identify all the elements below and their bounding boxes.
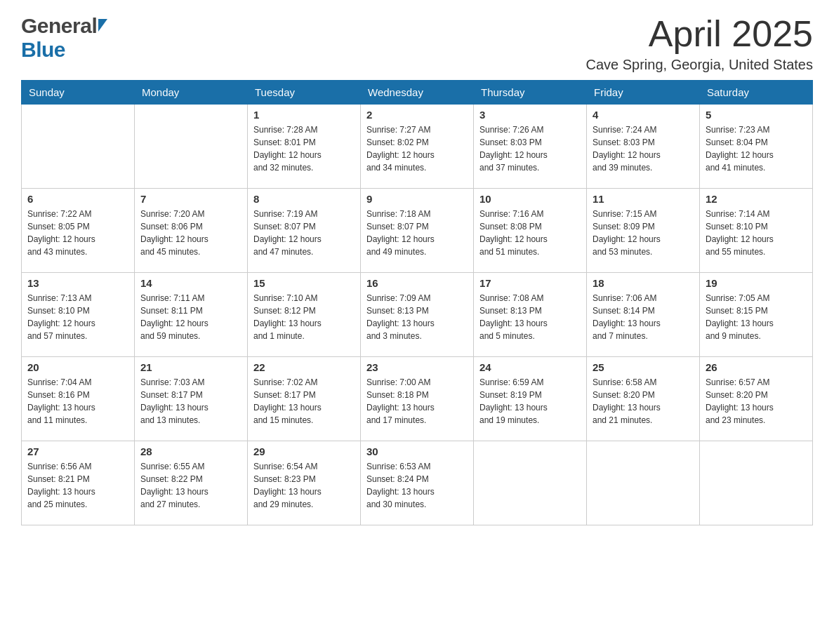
day-info: Sunrise: 7:18 AM Sunset: 8:07 PM Dayligh… (366, 208, 468, 258)
day-number: 30 (366, 445, 468, 457)
calendar-cell: 7Sunrise: 7:20 AM Sunset: 8:06 PM Daylig… (135, 189, 248, 273)
weekday-header-tuesday: Tuesday (248, 81, 361, 105)
week-row-4: 20Sunrise: 7:04 AM Sunset: 8:16 PM Dayli… (22, 357, 813, 441)
title-area: April 2025 Cave Spring, Georgia, United … (585, 14, 813, 73)
calendar-cell: 9Sunrise: 7:18 AM Sunset: 8:07 PM Daylig… (361, 189, 474, 273)
day-number: 20 (27, 361, 128, 373)
day-number: 14 (140, 277, 241, 289)
day-info: Sunrise: 7:03 AM Sunset: 8:17 PM Dayligh… (140, 376, 241, 427)
day-info: Sunrise: 6:59 AM Sunset: 8:19 PM Dayligh… (479, 376, 581, 427)
logo-general-text: General (21, 14, 97, 38)
day-number: 15 (253, 277, 355, 289)
calendar-cell: 1Sunrise: 7:28 AM Sunset: 8:01 PM Daylig… (248, 105, 361, 189)
calendar-cell (474, 441, 587, 525)
week-row-3: 13Sunrise: 7:13 AM Sunset: 8:10 PM Dayli… (22, 273, 813, 357)
day-info: Sunrise: 6:56 AM Sunset: 8:21 PM Dayligh… (27, 460, 128, 511)
day-info: Sunrise: 6:53 AM Sunset: 8:24 PM Dayligh… (366, 460, 468, 511)
day-number: 23 (366, 361, 468, 373)
page-header: General Blue April 2025 Cave Spring, Geo… (21, 14, 813, 73)
calendar-cell: 28Sunrise: 6:55 AM Sunset: 8:22 PM Dayli… (135, 441, 248, 525)
calendar-cell (22, 105, 135, 189)
calendar-cell: 24Sunrise: 6:59 AM Sunset: 8:19 PM Dayli… (474, 357, 587, 441)
calendar-cell: 15Sunrise: 7:10 AM Sunset: 8:12 PM Dayli… (248, 273, 361, 357)
day-info: Sunrise: 7:04 AM Sunset: 8:16 PM Dayligh… (27, 376, 128, 427)
weekday-header-monday: Monday (135, 81, 248, 105)
day-info: Sunrise: 7:22 AM Sunset: 8:05 PM Dayligh… (27, 208, 128, 258)
location-text: Cave Spring, Georgia, United States (585, 57, 813, 73)
day-info: Sunrise: 7:24 AM Sunset: 8:03 PM Dayligh… (593, 123, 694, 174)
calendar-cell: 4Sunrise: 7:24 AM Sunset: 8:03 PM Daylig… (587, 105, 700, 189)
weekday-header-friday: Friday (587, 81, 700, 105)
weekday-header-wednesday: Wednesday (361, 81, 474, 105)
day-info: Sunrise: 7:23 AM Sunset: 8:04 PM Dayligh… (706, 123, 807, 174)
day-number: 29 (253, 445, 355, 457)
calendar-cell: 12Sunrise: 7:14 AM Sunset: 8:10 PM Dayli… (700, 189, 813, 273)
calendar-cell: 22Sunrise: 7:02 AM Sunset: 8:17 PM Dayli… (248, 357, 361, 441)
day-info: Sunrise: 7:14 AM Sunset: 8:10 PM Dayligh… (706, 208, 807, 258)
day-number: 21 (140, 361, 241, 373)
weekday-header-sunday: Sunday (22, 81, 135, 105)
day-info: Sunrise: 6:54 AM Sunset: 8:23 PM Dayligh… (253, 460, 355, 511)
day-info: Sunrise: 7:19 AM Sunset: 8:07 PM Dayligh… (253, 208, 355, 258)
calendar-cell: 23Sunrise: 7:00 AM Sunset: 8:18 PM Dayli… (361, 357, 474, 441)
calendar-cell: 18Sunrise: 7:06 AM Sunset: 8:14 PM Dayli… (587, 273, 700, 357)
calendar-cell: 27Sunrise: 6:56 AM Sunset: 8:21 PM Dayli… (22, 441, 135, 525)
calendar-cell: 13Sunrise: 7:13 AM Sunset: 8:10 PM Dayli… (22, 273, 135, 357)
week-row-5: 27Sunrise: 6:56 AM Sunset: 8:21 PM Dayli… (22, 441, 813, 525)
day-number: 11 (593, 193, 694, 205)
day-number: 17 (479, 277, 581, 289)
calendar-cell: 6Sunrise: 7:22 AM Sunset: 8:05 PM Daylig… (22, 189, 135, 273)
week-row-2: 6Sunrise: 7:22 AM Sunset: 8:05 PM Daylig… (22, 189, 813, 273)
day-info: Sunrise: 7:10 AM Sunset: 8:12 PM Dayligh… (253, 292, 355, 342)
day-info: Sunrise: 7:28 AM Sunset: 8:01 PM Dayligh… (253, 123, 355, 174)
calendar-cell: 19Sunrise: 7:05 AM Sunset: 8:15 PM Dayli… (700, 273, 813, 357)
calendar-cell (700, 441, 813, 525)
day-number: 3 (479, 109, 581, 121)
day-number: 10 (479, 193, 581, 205)
day-number: 25 (593, 361, 694, 373)
logo: General Blue (21, 14, 107, 62)
day-number: 6 (27, 193, 128, 205)
day-number: 13 (27, 277, 128, 289)
logo-triangle-icon (98, 19, 107, 32)
calendar-cell: 30Sunrise: 6:53 AM Sunset: 8:24 PM Dayli… (361, 441, 474, 525)
day-number: 4 (593, 109, 694, 121)
calendar-cell: 16Sunrise: 7:09 AM Sunset: 8:13 PM Dayli… (361, 273, 474, 357)
calendar-cell: 17Sunrise: 7:08 AM Sunset: 8:13 PM Dayli… (474, 273, 587, 357)
day-number: 27 (27, 445, 128, 457)
month-title: April 2025 (585, 14, 813, 54)
calendar-cell: 11Sunrise: 7:15 AM Sunset: 8:09 PM Dayli… (587, 189, 700, 273)
day-number: 7 (140, 193, 241, 205)
logo-blue-text: Blue (21, 38, 107, 62)
calendar-cell: 14Sunrise: 7:11 AM Sunset: 8:11 PM Dayli… (135, 273, 248, 357)
calendar-table: SundayMondayTuesdayWednesdayThursdayFrid… (21, 80, 813, 525)
day-number: 12 (706, 193, 807, 205)
day-info: Sunrise: 7:06 AM Sunset: 8:14 PM Dayligh… (593, 292, 694, 342)
calendar-cell: 10Sunrise: 7:16 AM Sunset: 8:08 PM Dayli… (474, 189, 587, 273)
day-info: Sunrise: 7:13 AM Sunset: 8:10 PM Dayligh… (27, 292, 128, 342)
calendar-cell (587, 441, 700, 525)
day-info: Sunrise: 7:05 AM Sunset: 8:15 PM Dayligh… (706, 292, 807, 342)
day-number: 18 (593, 277, 694, 289)
calendar-cell: 21Sunrise: 7:03 AM Sunset: 8:17 PM Dayli… (135, 357, 248, 441)
day-info: Sunrise: 7:02 AM Sunset: 8:17 PM Dayligh… (253, 376, 355, 427)
day-number: 9 (366, 193, 468, 205)
weekday-header-saturday: Saturday (700, 81, 813, 105)
day-number: 24 (479, 361, 581, 373)
day-info: Sunrise: 7:27 AM Sunset: 8:02 PM Dayligh… (366, 123, 468, 174)
calendar-cell: 25Sunrise: 6:58 AM Sunset: 8:20 PM Dayli… (587, 357, 700, 441)
calendar-cell (135, 105, 248, 189)
day-info: Sunrise: 7:16 AM Sunset: 8:08 PM Dayligh… (479, 208, 581, 258)
calendar-cell: 26Sunrise: 6:57 AM Sunset: 8:20 PM Dayli… (700, 357, 813, 441)
day-number: 5 (706, 109, 807, 121)
day-info: Sunrise: 7:09 AM Sunset: 8:13 PM Dayligh… (366, 292, 468, 342)
calendar-cell: 20Sunrise: 7:04 AM Sunset: 8:16 PM Dayli… (22, 357, 135, 441)
day-info: Sunrise: 6:57 AM Sunset: 8:20 PM Dayligh… (706, 376, 807, 427)
week-row-1: 1Sunrise: 7:28 AM Sunset: 8:01 PM Daylig… (22, 105, 813, 189)
calendar-cell: 3Sunrise: 7:26 AM Sunset: 8:03 PM Daylig… (474, 105, 587, 189)
calendar-cell: 29Sunrise: 6:54 AM Sunset: 8:23 PM Dayli… (248, 441, 361, 525)
day-info: Sunrise: 7:15 AM Sunset: 8:09 PM Dayligh… (593, 208, 694, 258)
weekday-header-row: SundayMondayTuesdayWednesdayThursdayFrid… (22, 81, 813, 105)
calendar-cell: 5Sunrise: 7:23 AM Sunset: 8:04 PM Daylig… (700, 105, 813, 189)
day-number: 2 (366, 109, 468, 121)
